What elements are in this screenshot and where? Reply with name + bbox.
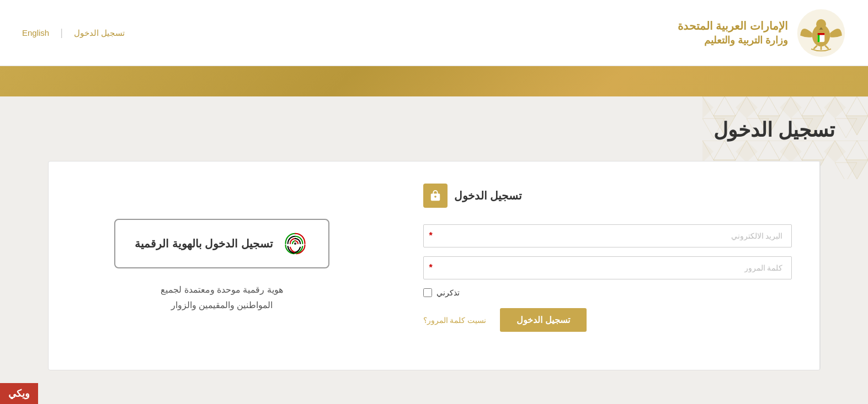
logo-line2: وزارة التربية والتعليم: [678, 34, 788, 47]
password-required-marker: *: [424, 263, 438, 273]
password-input-group: *: [423, 256, 792, 279]
form-side: تسجيل الدخول * *: [396, 161, 820, 370]
password-input[interactable]: [438, 257, 791, 279]
forgot-password-link[interactable]: نسيت كلمة المرور؟: [423, 316, 487, 325]
form-title-text: تسجيل الدخول: [454, 189, 523, 202]
logo-text: الإمارات العربية المتحدة وزارة التربية و…: [678, 18, 788, 47]
nav-divider: |: [60, 27, 63, 39]
remember-me-checkbox[interactable]: [423, 288, 432, 297]
nav-english-link[interactable]: English: [22, 28, 49, 37]
digital-id-side: تسجيل الدخول بالهوية الرقمية هوية رقمية …: [49, 161, 396, 370]
digital-id-button[interactable]: تسجيل الدخول بالهوية الرقمية: [114, 219, 329, 268]
email-required-marker: *: [424, 231, 438, 241]
svg-rect-5: [818, 33, 825, 35]
remember-me-label: تذكرني: [436, 288, 460, 297]
login-container: تسجيل الدخول * *: [48, 161, 821, 370]
login-button[interactable]: تسجيل الدخول: [500, 308, 586, 332]
form-actions: تسجيل الدخول نسيت كلمة المرور؟: [423, 308, 792, 332]
svg-point-16: [294, 243, 296, 245]
watermark-text: ويكي: [8, 388, 30, 399]
digital-id-button-text: تسجيل الدخول بالهوية الرقمية: [135, 237, 273, 250]
content-wrapper: تسجيل الدخول تسجيل الدخول *: [0, 96, 868, 392]
digital-id-desc-line1: هوية رقمية موحدة ومعتمدة لجميع: [161, 282, 283, 297]
digital-id-desc-line2: المواطنين والمقيمين والزوار: [161, 298, 283, 313]
email-input-group: *: [423, 224, 792, 247]
lock-icon: [423, 184, 448, 208]
watermark-logo: ويكي: [0, 383, 38, 404]
top-navigation: الإمارات العربية المتحدة وزارة التربية و…: [0, 0, 868, 66]
uae-emblem: [796, 8, 846, 58]
form-title-area: تسجيل الدخول: [423, 184, 792, 208]
remember-me-row: تذكرني: [423, 288, 792, 297]
nav-login-link[interactable]: تسجيل الدخول: [74, 28, 125, 38]
nav-links: تسجيل الدخول | English: [22, 27, 125, 39]
fingerprint-icon: [281, 230, 309, 257]
logo-area: الإمارات العربية المتحدة وزارة التربية و…: [678, 8, 846, 58]
logo-line1: الإمارات العربية المتحدة: [678, 18, 788, 34]
main-content: تسجيل الدخول تسجيل الدخول *: [0, 96, 868, 404]
gold-banner: [0, 66, 868, 96]
digital-id-description: هوية رقمية موحدة ومعتمدة لجميع المواطنين…: [161, 282, 283, 312]
page-title: تسجيل الدخول: [33, 118, 835, 142]
email-input[interactable]: [438, 225, 791, 247]
